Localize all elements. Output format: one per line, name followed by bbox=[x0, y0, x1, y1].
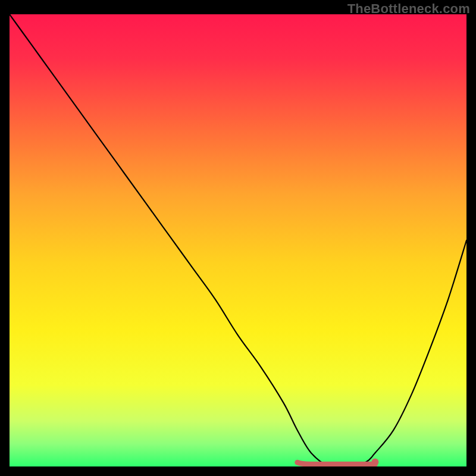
plot-area bbox=[10, 14, 466, 466]
flat-region-markers bbox=[10, 14, 466, 466]
svg-point-1 bbox=[371, 458, 378, 465]
watermark-text: TheBottleneck.com bbox=[347, 1, 470, 17]
chart-container: TheBottleneck.com bbox=[0, 0, 476, 476]
